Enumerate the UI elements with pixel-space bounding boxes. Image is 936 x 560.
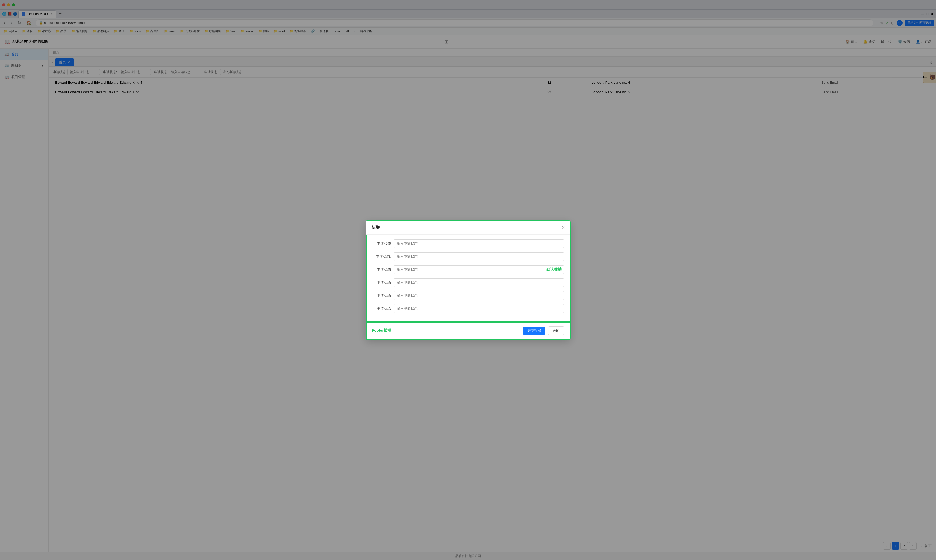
- form-row-1: 申请状态: [372, 239, 564, 248]
- modal-close-footer-btn[interactable]: 关闭: [548, 326, 564, 335]
- form-input-6[interactable]: [394, 304, 564, 313]
- footer-slot-label: Footer插槽: [372, 328, 391, 333]
- form-label-2: 申请状态:: [372, 254, 391, 259]
- form-input-3[interactable]: [394, 265, 564, 274]
- modal-dialog: 新增 × 申请状态 申请状态: 申请状态 默认插槽: [366, 220, 571, 340]
- modal-overlay: 新增 × 申请状态 申请状态: 申请状态 默认插槽: [0, 0, 936, 560]
- form-input-2[interactable]: [394, 252, 564, 261]
- default-slot-badge: 默认插槽: [547, 267, 562, 272]
- modal-title: 新增: [371, 225, 380, 230]
- modal-header: 新增 ×: [366, 221, 570, 234]
- form-row-6: 申请状态: [372, 304, 564, 313]
- form-input-wrapper-3: 默认插槽: [394, 265, 564, 274]
- modal-close-btn[interactable]: ×: [562, 225, 565, 231]
- form-input-1[interactable]: [394, 239, 564, 248]
- submit-btn[interactable]: 提交数据: [523, 326, 545, 335]
- form-label-4: 申请状态: [372, 280, 391, 285]
- form-input-5[interactable]: [394, 291, 564, 300]
- form-row-5: 申请状态: [372, 291, 564, 300]
- form-row-4: 申请状态: [372, 278, 564, 287]
- form-label-6: 申请状态: [372, 306, 391, 311]
- form-input-4[interactable]: [394, 278, 564, 287]
- modal-body: 申请状态 申请状态: 申请状态 默认插槽 申请状态: [366, 234, 570, 322]
- form-label-1: 申请状态: [372, 241, 391, 246]
- modal-footer: Footer插槽 提交数据 关闭: [366, 322, 570, 339]
- form-label-3: 申请状态: [372, 267, 391, 272]
- form-row-3: 申请状态 默认插槽: [372, 265, 564, 274]
- form-row-2: 申请状态:: [372, 252, 564, 261]
- form-label-5: 申请状态: [372, 293, 391, 298]
